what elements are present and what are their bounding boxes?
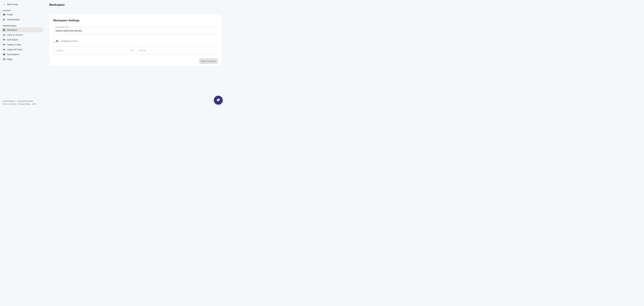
country-tax-row: Country * TAX ID xyxy=(53,47,218,54)
sidebar-item-subscriptions[interactable]: Subscriptions xyxy=(2,52,43,57)
footer-line-2: Terms of Service·Privacy Policy·DPA xyxy=(2,103,36,105)
section-title-administration: Administration xyxy=(0,25,45,27)
sidebar-item-label: Billing xyxy=(7,58,12,60)
sidebar-footer: Documentation·Download Desktop Terms of … xyxy=(2,100,36,105)
dot-separator: · xyxy=(16,100,16,102)
dot-separator: · xyxy=(17,103,18,105)
sidebar-item-label: Authentication xyxy=(7,19,20,21)
sidebar-item-label: Profile xyxy=(7,14,13,16)
main-area: Workspace Workspace Settings Workspace N… xyxy=(46,0,226,107)
administration-nav: Workspace Users & Licenses Auth Tokens L… xyxy=(0,28,45,62)
workspace-name-value: HARSH BARDHAN MISHRA xyxy=(53,27,218,34)
bars-icon xyxy=(3,53,6,56)
privacy-policy-link[interactable]: Privacy Policy xyxy=(18,103,30,105)
account-nav: Profile Authentication xyxy=(0,12,45,22)
chat-widget-button[interactable] xyxy=(214,96,223,104)
account-circle-icon xyxy=(3,13,6,16)
country-select[interactable]: Country * xyxy=(53,47,134,54)
card-actions: Save Changes xyxy=(53,58,218,64)
workspace-settings-page: Back to app Account Profile Authenticati… xyxy=(0,0,226,107)
sidebar-item-label: Users & Licenses xyxy=(7,34,23,36)
chevron-left-icon xyxy=(4,4,5,5)
sidebar-item-workspace[interactable]: Workspace xyxy=(2,28,43,32)
key-icon xyxy=(3,43,6,46)
sidebar-item-legacy-api-keys[interactable]: Legacy API Keys xyxy=(2,47,43,52)
sidebar-item-label: Subscriptions xyxy=(7,53,19,56)
groups-icon xyxy=(3,34,6,36)
sidebar-item-profile[interactable]: Profile xyxy=(2,12,43,17)
section-title-account: Account xyxy=(0,9,45,12)
sidebar-item-label: Workspace xyxy=(7,29,17,31)
sidebar-item-label: Legacy API Keys xyxy=(7,48,22,51)
dpa-link[interactable]: DPA xyxy=(32,103,36,105)
key-icon xyxy=(3,48,6,51)
dot-separator: · xyxy=(31,103,32,105)
building-icon xyxy=(3,29,6,31)
company-account-row: Company Account xyxy=(53,38,218,44)
workspace-name-label: Workspace Name * xyxy=(55,26,71,28)
chat-bubbles-icon xyxy=(216,98,220,102)
save-changes-button[interactable]: Save Changes xyxy=(199,58,218,64)
terms-of-service-link[interactable]: Terms of Service xyxy=(2,103,16,105)
sidebar-item-billing[interactable]: Billing xyxy=(2,57,43,62)
sidebar-item-label: Auth Tokens xyxy=(7,39,18,41)
key-icon xyxy=(3,38,6,41)
company-account-label: Company Account xyxy=(61,40,77,42)
sidebar-item-label: Legacy CI Keys xyxy=(7,44,21,46)
sidebar-item-legacy-ci-keys[interactable]: Legacy CI Keys xyxy=(2,42,43,47)
back-to-app-button[interactable]: Back to app xyxy=(0,3,45,6)
toggle-thumb xyxy=(53,40,56,43)
tax-id-field[interactable]: TAX ID xyxy=(137,47,218,54)
card-title: Workspace Settings xyxy=(53,19,218,22)
person-key-icon xyxy=(3,18,6,21)
tax-id-placeholder: TAX ID xyxy=(139,49,146,52)
page-header: Workspace xyxy=(46,0,226,10)
sidebar-item-auth-tokens[interactable]: Auth Tokens xyxy=(2,37,43,42)
sidebar-item-authentication[interactable]: Authentication xyxy=(2,17,43,22)
company-account-toggle[interactable] xyxy=(54,40,58,42)
page-title: Workspace xyxy=(49,3,65,7)
dropdown-arrow-icon xyxy=(131,50,132,51)
country-label: Country * xyxy=(55,49,64,52)
sidebar: Back to app Account Profile Authenticati… xyxy=(0,0,45,107)
download-desktop-link[interactable]: Download Desktop xyxy=(17,100,33,102)
back-to-app-label: Back to app xyxy=(7,3,18,6)
credit-card-icon xyxy=(3,58,6,61)
sidebar-item-users-licenses[interactable]: Users & Licenses xyxy=(2,32,43,37)
footer-line-1: Documentation·Download Desktop xyxy=(2,100,36,103)
workspace-settings-card: Workspace Settings Workspace Name * HARS… xyxy=(49,15,222,66)
documentation-link[interactable]: Documentation xyxy=(2,100,15,102)
workspace-name-field[interactable]: Workspace Name * HARSH BARDHAN MISHRA xyxy=(53,27,218,35)
